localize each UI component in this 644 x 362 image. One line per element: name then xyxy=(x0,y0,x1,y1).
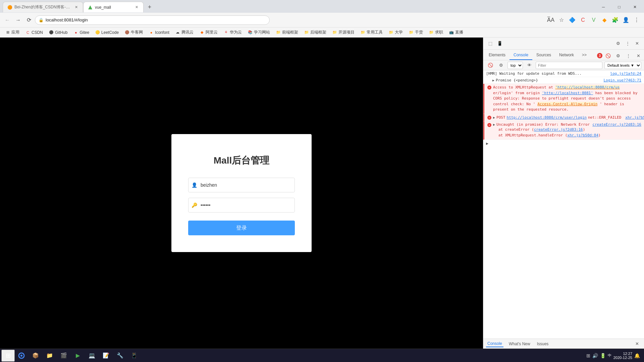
password-input[interactable] xyxy=(188,198,295,213)
bookmark-study[interactable]: 📚 学习网站 xyxy=(245,29,273,36)
tab-1[interactable]: 🟠 Bei-Zhen的博客_CSDN博客-Jav... ✕ xyxy=(3,2,83,12)
post-expand[interactable]: ▶ xyxy=(493,116,495,119)
devtools-clear-button[interactable]: 🚫 xyxy=(604,51,612,60)
translate-button[interactable]: A̅A xyxy=(546,15,555,25)
devtools-more2-button[interactable]: ⋮ xyxy=(624,51,633,60)
devtools-more-button[interactable]: ⋮ xyxy=(623,39,632,48)
taskbar-editor[interactable]: 📝 xyxy=(99,350,113,362)
taskbar-explorer[interactable]: 📁 xyxy=(43,350,56,362)
ext4-button[interactable]: ◆ xyxy=(600,15,609,25)
bookmark-csdn[interactable]: C CSDN xyxy=(23,29,46,36)
menu-button[interactable]: ⋮ xyxy=(632,15,641,25)
tab-console[interactable]: Console xyxy=(509,51,532,60)
log-level-select[interactable]: Default levels ▼ xyxy=(604,62,641,69)
new-tab-button[interactable]: + xyxy=(145,2,154,12)
devtools-close2-button[interactable]: ✕ xyxy=(634,51,643,60)
console-filter-button[interactable]: ⚙ xyxy=(497,61,505,70)
bookmark-leetcode[interactable]: 🟡 LeetCode xyxy=(93,29,121,36)
username-input[interactable] xyxy=(188,178,295,192)
login-button[interactable]: 登录 xyxy=(188,221,295,235)
maximize-button[interactable]: □ xyxy=(611,2,627,12)
bookmark-gitee[interactable]: ● Gitee xyxy=(71,29,92,36)
promise-expand[interactable]: ▶ xyxy=(492,78,494,82)
lang-icon[interactable]: 中 xyxy=(608,353,611,358)
network-source[interactable]: createError.js?2d83:16 xyxy=(590,122,641,127)
bottom-tab-issues[interactable]: Issues xyxy=(536,341,550,347)
bookmark-button[interactable]: ☆ xyxy=(557,15,566,25)
extensions-button[interactable]: 🧩 xyxy=(610,15,620,25)
devtools-device-button[interactable]: 📱 xyxy=(495,39,504,48)
tab-sources[interactable]: Sources xyxy=(532,51,555,60)
bottom-close-button[interactable]: ✕ xyxy=(633,340,641,348)
taskbar-phone[interactable]: 📱 xyxy=(127,350,141,362)
taskbar-app2[interactable]: 📦 xyxy=(29,350,42,362)
bottom-tab-console[interactable]: Console xyxy=(486,341,503,347)
battery-icon[interactable]: 🔋 xyxy=(600,353,606,358)
start-button[interactable]: ⊞ xyxy=(1,350,15,362)
cors-error-content: Access to XMLHttpRequest at 'http://loca… xyxy=(493,85,641,113)
bookmark-opensource[interactable]: 📁 开源项目 xyxy=(330,29,357,36)
bookmark-live[interactable]: 📺 直播 xyxy=(446,29,466,36)
bookmark-guide[interactable]: 📁 干货 xyxy=(406,29,426,36)
bookmark-apps[interactable]: ⊞ 应用 xyxy=(3,29,22,36)
devtools-inspect-button[interactable]: ⬚ xyxy=(486,39,495,48)
tab-network[interactable]: Network xyxy=(555,51,578,60)
bottom-tab-whatsnew[interactable]: What's New xyxy=(507,341,532,347)
devtools-settings-button[interactable]: ⚙ xyxy=(614,39,623,48)
taskbar-media[interactable]: 🎬 xyxy=(57,350,70,362)
ext2-button[interactable]: C xyxy=(578,15,588,25)
taskbar-tools[interactable]: 🔧 xyxy=(113,350,127,362)
cors-link1[interactable]: 'http://localhost:8080/crm/us xyxy=(555,85,620,89)
forward-button[interactable]: → xyxy=(13,15,23,25)
bookmark-tencent[interactable]: ☁ 腾讯云 xyxy=(173,29,196,36)
bookmark-huawei[interactable]: ⚘ 华为云 xyxy=(221,29,245,36)
ext3-button[interactable]: V xyxy=(589,15,598,25)
create-error-link[interactable]: createError.js?2d83:16 xyxy=(534,127,583,132)
bookmark-uni[interactable]: 📁 大学 xyxy=(386,29,406,36)
ext1-button[interactable]: 🔷 xyxy=(568,15,577,25)
taskbar-time[interactable]: 12:27 2020-12-25 xyxy=(613,352,632,360)
network-expand[interactable]: ▶ xyxy=(493,123,495,126)
close-button[interactable]: ✕ xyxy=(627,2,643,12)
post-source[interactable]: xhr.js?b50d:177 xyxy=(623,115,644,120)
notification-icon[interactable]: 🔔 xyxy=(634,353,640,358)
bookmark-fe[interactable]: 📁 前端框架 xyxy=(273,29,301,36)
console-filter-input[interactable] xyxy=(536,62,602,69)
console-clear-button[interactable]: 🚫 xyxy=(486,61,495,70)
promise-source[interactable]: Login.vue?7463:71 xyxy=(601,78,641,82)
taskbar-dev[interactable]: 💻 xyxy=(85,350,99,362)
tab-2-close[interactable]: ✕ xyxy=(134,5,139,10)
bookmark-aliyun[interactable]: ◆ 阿里云 xyxy=(197,29,220,36)
tab-elements[interactable]: Elements xyxy=(485,51,509,60)
bookmark-job[interactable]: 📁 求职 xyxy=(426,29,446,36)
bookmark-be[interactable]: 📁 后端框架 xyxy=(302,29,329,36)
xhr-link[interactable]: xhr.js?b50d:84 xyxy=(567,133,598,137)
cors-text2: er/login' xyxy=(493,91,513,95)
reload-button[interactable]: ⟳ xyxy=(24,15,34,25)
network-icon[interactable]: ⊞ xyxy=(586,353,590,358)
bookmark-niuke[interactable]: 🟤 牛客网 xyxy=(122,29,146,36)
taskbar-music[interactable]: ▶ xyxy=(71,350,85,362)
tab-more[interactable]: >> xyxy=(578,51,591,60)
eye-button[interactable]: 👁 xyxy=(525,61,534,70)
bookmark-iconfont[interactable]: ● Iconfont xyxy=(146,29,172,36)
hmr-source[interactable]: log.js?1afd:24 xyxy=(607,71,641,76)
volume-icon[interactable]: 🔊 xyxy=(592,353,598,358)
devtools-dock-button[interactable]: ⚙ xyxy=(614,51,623,60)
console-prompt[interactable]: ▶ xyxy=(483,140,644,147)
post-link[interactable]: http://localhost:8080/crm/user/login xyxy=(507,115,587,120)
taskbar-chrome[interactable] xyxy=(15,350,28,362)
tab-2[interactable]: vue_mall ✕ xyxy=(83,2,144,12)
back-button[interactable]: ← xyxy=(3,15,12,25)
bookmark-tools[interactable]: 📁 常用工具 xyxy=(358,29,385,36)
minimize-button[interactable]: ─ xyxy=(596,2,611,12)
tab-1-close[interactable]: ✕ xyxy=(73,5,79,10)
cors-origin-link[interactable]: 'http://localhost:8081' xyxy=(542,91,593,95)
bookmark-github[interactable]: ⚫ GitHub xyxy=(46,29,70,36)
address-bar[interactable]: 🔒 localhost:8081/#/login xyxy=(35,15,270,25)
context-select[interactable]: top xyxy=(507,62,523,69)
niuke-label: 牛客网 xyxy=(131,29,143,35)
cors-header-link[interactable]: Access-Control-Allow-Origin xyxy=(537,102,597,106)
devtools-close-button[interactable]: ✕ xyxy=(633,39,641,48)
account-button[interactable]: 👤 xyxy=(621,15,631,25)
